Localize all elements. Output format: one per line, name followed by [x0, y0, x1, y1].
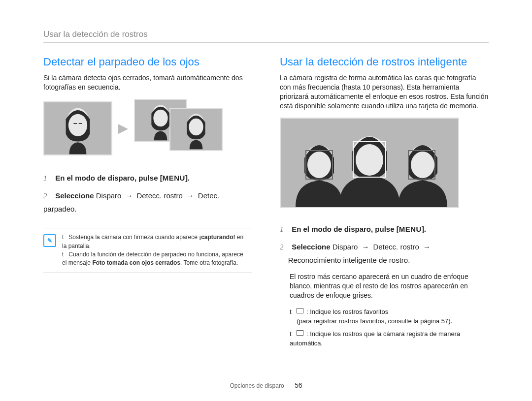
step1-suffix: ]. — [185, 174, 190, 182]
step2-path-b: Detecc. rostro — [373, 243, 419, 251]
svg-point-1 — [68, 114, 87, 136]
footer-page-number: 56 — [295, 381, 302, 389]
right-steps: 1 En el modo de disparo, pulse [MENU]. 2… — [280, 223, 489, 267]
blink-photo-before — [43, 101, 112, 155]
svg-point-7 — [189, 118, 203, 135]
page-footer: Opciones de disparo 56 — [0, 381, 532, 389]
box-icon — [297, 330, 303, 336]
right-bullets: t: Indique los rostros favoritos (para r… — [280, 307, 489, 348]
bullet-auto-faces: t: Indique los rostros que la cámara reg… — [290, 329, 489, 348]
left-steps: 1 En el modo de disparo, pulse [MENU]. 2… — [43, 172, 252, 216]
step2-path-b: Detecc. rostro — [136, 191, 182, 200]
note-emph: Foto tomada con ojos cerrados — [92, 259, 180, 266]
menu-label: MENU — [399, 225, 422, 233]
step2-path-a: Disparo — [332, 243, 358, 251]
right-step-2: 2 Seleccione Disparo→Detecc. rostro→ Rec… — [280, 241, 489, 266]
step2-path-a: Disparo — [96, 191, 122, 200]
right-step-1: 1 En el modo de disparo, pulse [MENU]. — [280, 223, 489, 236]
note-icon: ✎ — [43, 234, 56, 247]
blink-images-row: ▶ — [43, 99, 252, 158]
arrow-right-icon: → — [183, 191, 198, 200]
step1-prefix: En el modo de disparo, pulse [ — [292, 225, 399, 233]
left-note-box: ✎ t Sostenga la cámara con firmeza cuand… — [43, 228, 252, 273]
bullet-favorite-faces: t: Indique los rostros favoritos (para r… — [290, 307, 489, 326]
blink-photos-after — [134, 99, 228, 158]
note-emph: ¡capturando! — [199, 234, 235, 241]
step2-path-c: Reconocimiento inteligente de rostro — [288, 256, 408, 264]
step-number-icon: 1 — [43, 172, 51, 185]
step-number-icon: 2 — [280, 241, 288, 254]
step2-label: Seleccione — [292, 243, 330, 251]
left-column: Detectar el parpadeo de los ojos Si la c… — [43, 56, 252, 351]
step1-prefix: En el modo de disparo, pulse [ — [55, 174, 163, 182]
content-columns: Detectar el parpadeo de los ojos Si la c… — [43, 56, 489, 351]
focus-rect-white — [353, 141, 386, 178]
left-step-2: 2 Seleccione Disparo→Detecc. rostro→Dete… — [43, 189, 252, 215]
note-lines: t Sostenga la cámara con firmeza cuando … — [62, 233, 248, 268]
arrow-right-icon: → — [358, 243, 373, 251]
right-description: El rostro más cercano aparecerá en un cu… — [280, 272, 489, 300]
step1-suffix: ]. — [422, 225, 426, 233]
step-number-icon: 1 — [280, 223, 288, 236]
box-icon — [297, 308, 303, 313]
step-number-icon: 2 — [43, 190, 51, 203]
breadcrumb: Usar la detección de rostros — [43, 30, 489, 43]
smart-face-photo — [280, 118, 459, 208]
note-text: Sostenga la cámara con firmeza cuando ap… — [68, 234, 198, 241]
bullet-text: Indique los rostros favoritos — [310, 308, 388, 315]
blink-photo-after-2 — [169, 108, 223, 151]
note-text: . Tome otra fotografía. — [180, 259, 238, 266]
menu-label: MENU — [163, 174, 185, 182]
note-line-2: t Cuando la función de detección de parp… — [62, 250, 248, 268]
arrow-right-icon: → — [419, 243, 434, 251]
manual-page: Usar la detección de rostros Detectar el… — [0, 0, 532, 401]
right-intro-text: La cámara registra de forma automática l… — [280, 73, 489, 111]
focus-rect-gray — [305, 150, 333, 180]
right-section-title: Usar la detección de rostros inteligente — [280, 56, 489, 68]
bullet-text: Indique los rostros que la cámara regist… — [290, 330, 460, 347]
left-step-1: 1 En el modo de disparo, pulse [MENU]. — [43, 172, 252, 185]
right-column: Usar la detección de rostros inteligente… — [280, 56, 489, 351]
left-intro-text: Si la cámara detecta ojos cerrados, toma… — [43, 73, 252, 92]
arrow-right-icon: ▶ — [117, 121, 129, 136]
face-icon — [56, 104, 99, 155]
footer-section-label: Opciones de disparo — [230, 382, 284, 389]
step2-label: Seleccione — [55, 191, 94, 200]
arrow-right-icon: → — [121, 191, 136, 200]
focus-rect-gray — [408, 150, 435, 180]
bullet-subtext: (para registrar rostros favoritos, consu… — [297, 317, 452, 325]
face-icon — [180, 110, 213, 150]
note-line-1: t Sostenga la cámara con firmeza cuando … — [62, 233, 248, 250]
svg-point-5 — [153, 109, 167, 126]
left-section-title: Detectar el parpadeo de los ojos — [43, 56, 252, 68]
